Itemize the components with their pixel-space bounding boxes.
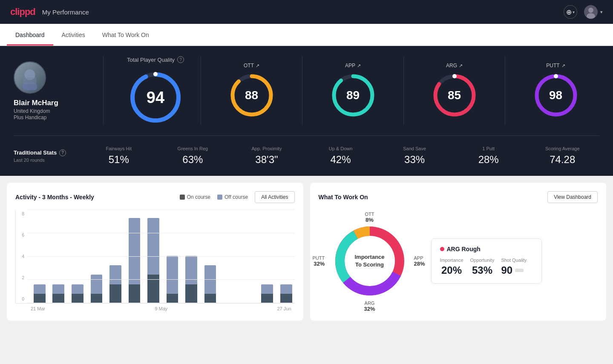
- x-label-jun: 27 Jun: [277, 306, 291, 311]
- app-ring-item: APP ↗ 89: [309, 63, 397, 119]
- detail-dot: [440, 247, 444, 251]
- bar-group: [50, 213, 67, 303]
- shot-quality-bar: [515, 269, 524, 272]
- bar-stack: [259, 213, 276, 303]
- gridline-2: [28, 279, 295, 280]
- stat-scoring-label: Scoring Average: [525, 146, 599, 151]
- on-course-bar: [72, 294, 83, 303]
- off-course-bar: [147, 218, 159, 275]
- stat-items: Fairways Hit 51% Greens In Reg 63% App. …: [82, 146, 599, 166]
- putt-arrow-icon: ↗: [561, 63, 565, 69]
- detail-importance: Importance 20%: [440, 258, 463, 276]
- user-avatar-button[interactable]: ▾: [584, 5, 603, 19]
- bar-group: [31, 213, 48, 303]
- on-course-bar: [129, 284, 141, 303]
- bar-stack: [240, 213, 257, 303]
- view-dashboard-button[interactable]: View Dashboard: [547, 191, 598, 203]
- bar-group: [259, 213, 276, 303]
- player-country: United Kingdom: [14, 108, 50, 114]
- on-course-dot: [180, 195, 185, 200]
- tab-activities[interactable]: Activities: [53, 24, 94, 46]
- bar-group: [240, 213, 257, 303]
- header-left: clippd My Performance: [10, 6, 89, 17]
- arg-arrow-icon: ↗: [459, 63, 463, 69]
- tpq-title: Total Player Quality ?: [127, 56, 184, 63]
- trad-label: Traditional Stats ? Last 20 rounds: [14, 149, 82, 163]
- ott-label: OTT ↗: [244, 63, 259, 69]
- trad-info-icon[interactable]: ?: [59, 149, 66, 156]
- app-ring: 89: [330, 72, 377, 119]
- off-course-bar: [72, 284, 83, 294]
- legend-off-course: Off course: [217, 194, 248, 200]
- stat-proximity-label: App. Proximity: [230, 146, 304, 151]
- putt-value: 98: [549, 89, 562, 102]
- player-name: Blair McHarg: [14, 99, 58, 107]
- stat-1putt-value: 28%: [452, 154, 526, 166]
- bars-wrap: [19, 213, 295, 303]
- off-course-bar: [91, 275, 103, 293]
- putt-ring: 98: [532, 72, 579, 119]
- add-chevron: ▾: [573, 10, 575, 14]
- off-course-bar: [261, 284, 273, 294]
- tpq-info-icon[interactable]: ?: [177, 56, 184, 63]
- stat-sandsave-label: Sand Save: [377, 146, 452, 151]
- off-course-bar: [34, 284, 46, 294]
- chart-container: 8 6 4 2 0 21 Mar 9 May 27 Jun: [15, 210, 295, 311]
- on-course-bar: [52, 294, 64, 303]
- stat-updown-label: Up & Down: [304, 146, 378, 151]
- stats-top: Blair McHarg United Kingdom Plus Handica…: [14, 56, 599, 136]
- player-handicap: Plus Handicap: [14, 115, 46, 120]
- off-course-bar: [167, 256, 178, 294]
- plus-icon: ⊕: [566, 8, 572, 16]
- app-arrow-icon: ↗: [357, 63, 361, 69]
- detail-importance-label: Importance: [440, 258, 463, 263]
- logo[interactable]: clippd: [10, 6, 35, 17]
- stat-greens-label: Greens In Reg: [156, 146, 230, 151]
- bar-stack: [31, 213, 48, 303]
- ott-donut-label: OTT 8%: [365, 212, 374, 223]
- svg-point-0: [588, 8, 593, 13]
- arg-ring-item: ARG ↗ 85: [411, 63, 498, 119]
- tpq-value: 94: [147, 89, 164, 107]
- bar-stack: [88, 213, 105, 303]
- bar-stack: [126, 213, 143, 303]
- tpq-ring-wrap: Total Player Quality ? 94: [117, 56, 194, 125]
- tab-what-to-work-on[interactable]: What To Work On: [94, 24, 158, 46]
- bar-stack: [202, 213, 219, 303]
- bar-stack: [69, 213, 86, 303]
- avatar: [14, 61, 46, 94]
- putt-donut-label: PUTT 32%: [313, 255, 325, 267]
- all-activities-button[interactable]: All Activities: [255, 191, 294, 203]
- stats-banner: Blair McHarg United Kingdom Plus Handica…: [0, 46, 613, 176]
- activity-chart-title: Activity - 3 Months - Weekly: [15, 194, 94, 201]
- stat-scoring: Scoring Average 74.28: [525, 146, 599, 166]
- divider: [201, 56, 201, 125]
- bar-group: [221, 213, 238, 303]
- bar-group: [126, 213, 143, 303]
- chart-legend: On course Off course: [180, 194, 248, 200]
- divider2: [302, 56, 302, 125]
- on-course-bar: [167, 294, 178, 303]
- arg-ring: 85: [431, 72, 478, 119]
- gridline-4: [28, 256, 295, 257]
- detail-shot-quality-value: 90: [501, 264, 512, 276]
- putt-ring-item: PUTT ↗ 98: [512, 63, 599, 119]
- stat-fairways-label: Fairways Hit: [82, 146, 156, 151]
- detail-shot-quality: Shot Quality 90: [501, 258, 527, 276]
- on-course-bar: [280, 294, 292, 303]
- player-info: Blair McHarg United Kingdom Plus Handica…: [14, 61, 103, 120]
- on-course-bar: [109, 284, 121, 303]
- add-button[interactable]: ⊕ ▾: [564, 5, 577, 19]
- off-course-bar: [185, 256, 197, 284]
- tab-dashboard[interactable]: Dashboard: [7, 24, 53, 46]
- arg-value: 85: [448, 89, 461, 102]
- arg-donut-label: ARG 32%: [364, 301, 375, 312]
- bar-stack: [183, 213, 200, 303]
- x-label-may: 9 May: [155, 306, 167, 311]
- bar-stack: [145, 213, 162, 303]
- donut-wrap: Importance To Scoring OTT 8% APP 28% ARG: [319, 210, 421, 312]
- svg-point-7: [153, 72, 158, 76]
- detail-opportunity: Opportunity 53%: [470, 258, 495, 276]
- stat-updown: Up & Down 42%: [304, 146, 378, 166]
- tab-bar: Dashboard Activities What To Work On: [0, 24, 613, 46]
